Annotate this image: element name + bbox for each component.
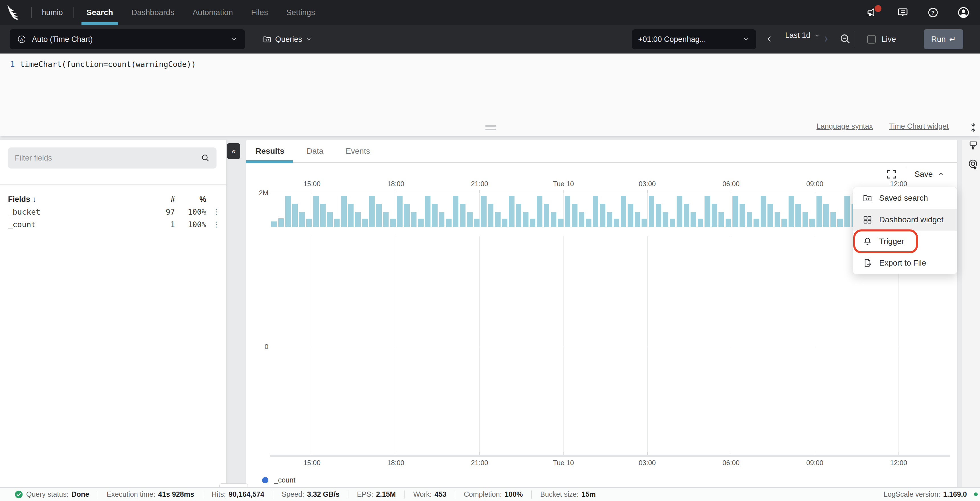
histogram-bar[interactable] <box>614 219 619 227</box>
histogram-bar[interactable] <box>789 196 794 227</box>
histogram-bar[interactable] <box>747 212 752 227</box>
field-name[interactable]: _bucket <box>8 208 143 216</box>
histogram-bar[interactable] <box>418 219 424 227</box>
filter-fields-inputwrap[interactable] <box>8 147 216 168</box>
histogram-bar[interactable] <box>369 196 375 227</box>
histogram-bar[interactable] <box>509 196 514 227</box>
histogram-bar[interactable] <box>572 204 578 227</box>
field-kebab-menu-icon[interactable]: ⋮ <box>206 208 226 216</box>
histogram-bar[interactable] <box>292 204 298 227</box>
histogram-bar[interactable] <box>551 212 556 227</box>
histogram-bar[interactable] <box>698 219 703 227</box>
histogram-bar[interactable] <box>635 212 640 227</box>
histogram-bar[interactable] <box>460 204 466 227</box>
histogram-bar[interactable] <box>488 204 494 227</box>
histogram-bar[interactable] <box>670 219 675 227</box>
tab-results[interactable]: Results <box>256 140 284 163</box>
histogram-bar[interactable] <box>775 212 780 227</box>
histogram-bar[interactable] <box>544 204 550 227</box>
histogram-bar[interactable] <box>600 204 605 227</box>
count-column-header[interactable]: # <box>143 195 175 204</box>
save-menu-item-dashboard-widget[interactable]: Dashboard widget <box>853 209 957 231</box>
histogram-bar[interactable] <box>481 196 487 227</box>
tab-events[interactable]: Events <box>345 140 370 163</box>
histogram-bar[interactable] <box>278 218 284 227</box>
histogram-bar[interactable] <box>425 196 431 227</box>
histogram-bar[interactable] <box>495 212 501 227</box>
histogram-bar[interactable] <box>523 212 528 227</box>
histogram-bar[interactable] <box>676 196 682 227</box>
announcements-megaphone-icon[interactable] <box>866 6 878 19</box>
save-menu-item-trigger[interactable]: Trigger <box>853 231 957 252</box>
timezone-selector[interactable]: +01:00 Copenhag... <box>632 29 756 49</box>
histogram-bar[interactable] <box>823 204 829 227</box>
language-syntax-link[interactable]: Language syntax <box>816 122 873 131</box>
histogram-bar[interactable] <box>474 219 480 227</box>
histogram-bar[interactable] <box>467 212 473 227</box>
widget-type-selector[interactable]: A Auto (Time Chart) <box>10 29 245 49</box>
feedback-chat-icon[interactable] <box>897 6 909 19</box>
field-name[interactable]: _count <box>8 220 143 229</box>
histogram-bar[interactable] <box>306 219 312 227</box>
histogram-bar[interactable] <box>271 222 277 227</box>
nav-item-files[interactable]: Files <box>251 0 268 25</box>
editor-resize-handle[interactable] <box>485 125 496 132</box>
histogram-bar[interactable] <box>649 196 654 227</box>
repo-name[interactable]: humio <box>42 8 63 17</box>
histogram-bar[interactable] <box>767 204 773 227</box>
histogram-bar[interactable] <box>684 204 689 227</box>
histogram-bar[interactable] <box>320 204 326 227</box>
fields-column-header[interactable]: Fields ↓ <box>8 195 143 204</box>
histogram-bar[interactable] <box>754 219 759 227</box>
histogram-bar[interactable] <box>565 196 571 227</box>
histogram-bar[interactable] <box>341 196 347 227</box>
interactions-target-icon[interactable] <box>967 158 980 170</box>
field-row[interactable]: _count1100%⋮ <box>0 218 226 231</box>
histogram-bar[interactable] <box>404 204 410 227</box>
histogram-bar[interactable] <box>313 196 319 227</box>
fields-table-header[interactable]: Fields ↓ # % <box>0 193 226 206</box>
histogram-bar[interactable] <box>621 196 627 227</box>
run-button[interactable]: Run ↵ <box>924 29 963 49</box>
histogram-bar[interactable] <box>327 212 333 227</box>
nav-item-dashboards[interactable]: Dashboards <box>131 0 174 25</box>
histogram-bar[interactable] <box>663 212 668 227</box>
histogram-bar[interactable] <box>656 204 662 227</box>
live-checkbox-box[interactable] <box>867 35 876 44</box>
histogram-bar[interactable] <box>397 196 403 227</box>
histogram-bar[interactable] <box>837 219 843 227</box>
histogram-bar[interactable] <box>299 212 305 227</box>
time-chart-widget-link[interactable]: Time Chart widget <box>889 122 949 131</box>
histogram-bar[interactable] <box>432 204 438 227</box>
save-button[interactable]: Save <box>915 170 945 179</box>
histogram-bar[interactable] <box>334 219 340 227</box>
histogram-bar[interactable] <box>537 196 542 227</box>
histogram-bar[interactable] <box>593 196 598 227</box>
histogram-bar[interactable] <box>705 196 710 227</box>
collapse-fields-panel-button[interactable]: « <box>227 143 240 159</box>
histogram-bar[interactable] <box>809 219 815 227</box>
histogram-bar[interactable] <box>362 219 368 227</box>
histogram-bar[interactable] <box>719 212 724 227</box>
histogram-bar[interactable] <box>830 212 836 227</box>
histogram-bar[interactable] <box>285 196 291 227</box>
style-brush-icon[interactable] <box>967 140 979 151</box>
crowdstrike-falcon-logo-icon[interactable] <box>6 4 21 21</box>
histogram-bar[interactable] <box>760 196 766 227</box>
field-kebab-menu-icon[interactable]: ⋮ <box>206 220 226 228</box>
query-text[interactable]: timeChart(function=count(warningCode)) <box>20 60 196 68</box>
histogram-bar[interactable] <box>740 204 745 227</box>
time-forward-button[interactable] <box>822 33 830 45</box>
histogram-bar[interactable] <box>383 212 389 227</box>
queries-menu[interactable]: Queries <box>262 29 312 49</box>
histogram-bar[interactable] <box>628 204 633 227</box>
histogram-bar[interactable] <box>732 196 738 227</box>
histogram-bar[interactable] <box>641 219 647 227</box>
nav-item-automation[interactable]: Automation <box>192 0 233 25</box>
nav-item-search[interactable]: Search <box>87 0 113 25</box>
save-menu-item-saved-search[interactable]: Saved search <box>853 187 957 209</box>
nav-item-settings[interactable]: Settings <box>286 0 315 25</box>
account-avatar-icon[interactable] <box>957 6 970 19</box>
time-range-selector[interactable]: Last 1d <box>785 31 820 40</box>
histogram-bar[interactable] <box>802 212 808 227</box>
